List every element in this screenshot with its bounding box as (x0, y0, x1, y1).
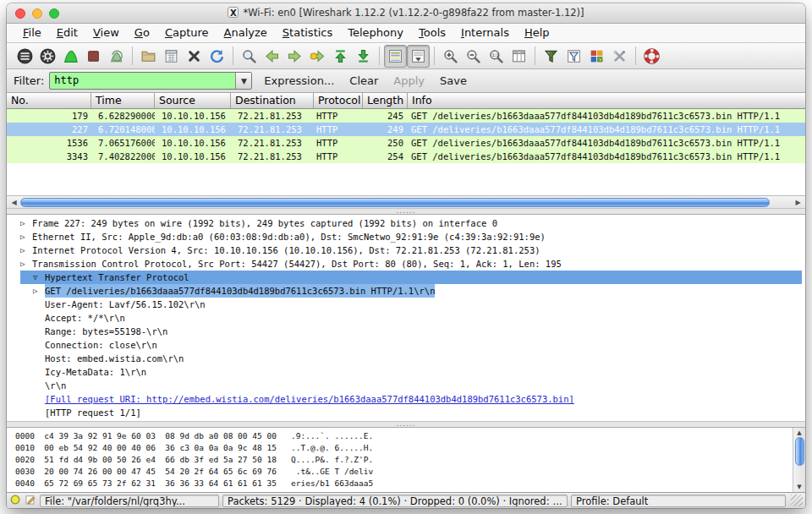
menu-help[interactable]: Help (517, 24, 557, 42)
help-button[interactable] (640, 45, 663, 68)
scroll-up-icon[interactable]: ▲ (797, 429, 801, 437)
hscroll-thumb[interactable] (20, 198, 770, 207)
detail-line[interactable]: \r\n (33, 379, 805, 392)
save-filter-button[interactable]: Save (440, 74, 467, 87)
zoom-out-button[interactable] (462, 45, 485, 68)
filter-input[interactable]: http ▼ (49, 72, 252, 90)
detail-line[interactable]: Icy-MetaData: 1\r\n (33, 365, 805, 379)
menu-tools[interactable]: Tools (411, 24, 453, 42)
packet-row[interactable]: 15367.06517600010.10.10.15672.21.81.253H… (7, 136, 805, 150)
colorize-list-toggle[interactable] (384, 45, 407, 68)
menu-go[interactable]: Go (127, 24, 157, 42)
detail-line[interactable]: ▷Internet Protocol Version 4, Src: 10.10… (20, 243, 805, 257)
coloring-rules-button[interactable] (585, 45, 608, 68)
capture-options-button[interactable] (36, 45, 59, 68)
expander-collapsed-icon[interactable]: ▷ (33, 284, 45, 298)
detail-line[interactable]: ▷Ethernet II, Src: Apple_9d:db:a0 (60:03… (20, 230, 805, 243)
menu-telephony[interactable]: Telephony (340, 24, 411, 42)
go-to-top-button[interactable] (329, 45, 352, 68)
expert-info-icon[interactable] (9, 494, 21, 508)
detail-line[interactable]: User-Agent: Lavf/56.15.102\r\n (33, 298, 805, 311)
edit-capture-comment-icon[interactable] (25, 494, 36, 508)
packet-row[interactable]: 33437.40282200010.10.10.15672.21.81.253H… (7, 150, 805, 163)
hex-row[interactable]: 0030 20 00 74 26 00 00 47 45 54 20 2f 64… (15, 466, 793, 478)
detail-line[interactable]: Connection: close\r\n (33, 338, 805, 352)
find-packet-button[interactable] (238, 45, 261, 68)
open-file-button[interactable] (137, 45, 160, 68)
detail-line[interactable]: ▷Transmission Control Protocol, Src Port… (20, 257, 805, 271)
detail-line[interactable]: Host: embed.wistia.com\r\n (33, 352, 805, 365)
menu-capture[interactable]: Capture (157, 24, 217, 42)
packet-row[interactable]: 1796.62829000010.10.10.15672.21.81.253HT… (7, 109, 805, 123)
packet-row[interactable]: 2276.72014800010.10.10.15672.21.81.253HT… (7, 123, 805, 136)
menu-file[interactable]: File (15, 24, 49, 42)
start-capture-button[interactable] (59, 45, 82, 68)
menu-analyze[interactable]: Analyze (217, 24, 275, 42)
expander-collapsed-icon[interactable]: ▷ (20, 230, 32, 243)
zoom-100-button[interactable]: 1:1 (485, 45, 508, 68)
resize-grip[interactable] (791, 495, 803, 506)
detail-line[interactable]: [HTTP request 1/1] (33, 406, 805, 419)
expander-collapsed-icon[interactable]: ▷ (20, 257, 32, 271)
restart-capture-button[interactable] (105, 45, 128, 68)
preferences-button[interactable] (608, 45, 631, 68)
zoom-in-button[interactable] (439, 45, 462, 68)
expander-expanded-icon[interactable]: ▽ (33, 271, 45, 284)
column-header-no[interactable]: No. (7, 93, 91, 108)
capture-filters-button[interactable] (540, 45, 562, 68)
title-bar[interactable]: X*Wi-Fi: en0 [Wireshark 1.12.2 (v1.12.2-… (7, 3, 805, 24)
column-header-src[interactable]: Source (155, 93, 231, 108)
vscroll-thumb[interactable] (795, 437, 804, 466)
column-header-time[interactable]: Time (91, 93, 155, 108)
column-header-proto[interactable]: Protocol (314, 93, 363, 108)
resize-columns-button[interactable] (508, 45, 530, 68)
filter-dropdown-button[interactable]: ▼ (235, 73, 251, 89)
display-filters-button[interactable] (562, 45, 585, 68)
scroll-right-icon[interactable]: ▶ (793, 199, 804, 206)
reload-button[interactable] (206, 45, 228, 68)
clear-button[interactable]: Clear (349, 74, 378, 87)
menu-view[interactable]: View (85, 24, 127, 42)
pane-splitter-bottom[interactable]: ...... (7, 421, 805, 428)
goto-packet-button[interactable] (306, 45, 329, 68)
column-header-dst[interactable]: Destination (231, 93, 314, 108)
menu-internals[interactable]: Internals (453, 24, 517, 42)
detail-line[interactable]: Accept: */*\r\n (33, 311, 805, 325)
list-interfaces-button[interactable] (14, 45, 36, 68)
minimize-window-button[interactable] (32, 8, 42, 19)
close-file-button[interactable] (183, 45, 206, 68)
expander-collapsed-icon[interactable]: ▷ (20, 243, 32, 257)
expander-blank (33, 298, 45, 311)
expression-button[interactable]: Expression... (264, 74, 334, 87)
zoom-window-button[interactable] (49, 8, 59, 19)
packet-list-hscrollbar[interactable]: ◀ ▶ (7, 195, 805, 208)
menu-edit[interactable]: Edit (49, 24, 85, 42)
hex-row[interactable]: 0040 65 72 69 65 73 2f 62 31 36 36 33 64… (15, 478, 793, 489)
column-header-info[interactable]: Info (408, 93, 805, 108)
svg-text:1:1: 1:1 (491, 52, 498, 57)
auto-scroll-toggle[interactable] (407, 45, 430, 68)
status-profile[interactable]: Profile: Default (571, 495, 786, 507)
close-window-button[interactable] (15, 8, 25, 19)
save-file-button[interactable] (160, 45, 183, 68)
detail-line[interactable]: Range: bytes=55198-\r\n (33, 325, 805, 338)
pane-splitter-top[interactable]: ...... (7, 208, 805, 215)
stop-capture-button[interactable] (82, 45, 105, 68)
hex-row[interactable]: 0020 51 fd d4 9b 00 50 26 e4 66 db 3f ed… (15, 454, 793, 466)
bytes-vscrollbar[interactable]: ▲ ▼ (793, 428, 805, 492)
go-back-button[interactable] (261, 45, 283, 68)
hex-row[interactable]: 0010 00 eb 54 92 40 00 40 06 36 c3 0a 0a… (15, 442, 793, 454)
expander-collapsed-icon[interactable]: ▷ (20, 216, 32, 230)
menu-statistics[interactable]: Statistics (275, 24, 340, 42)
scroll-left-icon[interactable]: ◀ (8, 199, 19, 206)
detail-line[interactable]: ▷Frame 227: 249 bytes on wire (1992 bits… (20, 216, 805, 230)
scroll-down-icon[interactable]: ▼ (797, 483, 801, 491)
detail-line[interactable]: [Full request URI: http://embed.wistia.c… (33, 392, 805, 406)
detail-line[interactable]: ▽Hypertext Transfer Protocol (20, 271, 802, 284)
hex-row[interactable]: 0000 c4 39 3a 92 91 9e 60 03 08 9d db a0… (15, 430, 793, 442)
detail-line[interactable]: ▷GET /deliveries/b1663daaa577df844103db4… (33, 284, 805, 298)
column-header-len[interactable]: Length (363, 93, 408, 108)
expander-blank (33, 379, 45, 392)
go-to-bottom-button[interactable] (352, 45, 375, 68)
go-forward-button[interactable] (283, 45, 306, 68)
